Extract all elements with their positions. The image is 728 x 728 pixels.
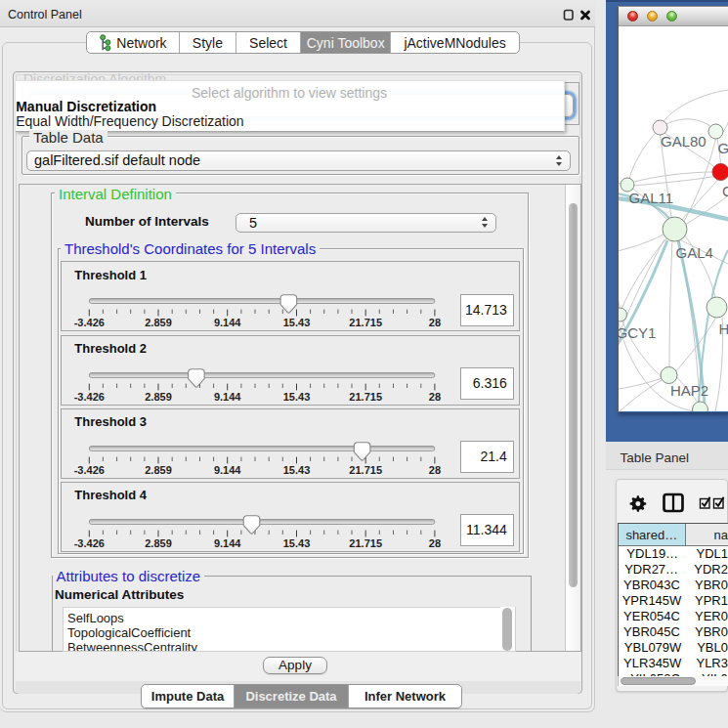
svg-text:15.43: 15.43 bbox=[283, 317, 311, 328]
svg-text:GA: GA bbox=[718, 140, 728, 156]
svg-text:CO: CO bbox=[722, 183, 728, 199]
svg-text:9.144: 9.144 bbox=[214, 536, 241, 548]
svg-text:28: 28 bbox=[429, 463, 441, 475]
svg-text:21.715: 21.715 bbox=[349, 317, 382, 328]
svg-text:15.43: 15.43 bbox=[283, 536, 311, 548]
svg-text:-3.426: -3.426 bbox=[73, 536, 104, 548]
svg-text:HI: HI bbox=[719, 321, 728, 337]
svg-text:21.715: 21.715 bbox=[349, 463, 382, 475]
svg-text:GAL80: GAL80 bbox=[661, 133, 707, 150]
svg-text:-3.426: -3.426 bbox=[73, 317, 104, 328]
svg-text:9.144: 9.144 bbox=[214, 390, 241, 402]
svg-text:2.859: 2.859 bbox=[145, 390, 172, 402]
svg-text:GAL11: GAL11 bbox=[629, 190, 674, 206]
svg-text:28: 28 bbox=[429, 536, 441, 548]
svg-text:21.715: 21.715 bbox=[349, 536, 382, 548]
svg-text:15.43: 15.43 bbox=[283, 390, 311, 402]
svg-text:GCY1: GCY1 bbox=[619, 324, 656, 341]
svg-text:HAP2: HAP2 bbox=[670, 382, 708, 399]
svg-text:28: 28 bbox=[429, 317, 441, 328]
svg-text:GAL4: GAL4 bbox=[676, 244, 713, 261]
svg-text:2.859: 2.859 bbox=[145, 536, 172, 548]
svg-text:28: 28 bbox=[429, 390, 441, 402]
svg-text:-3.426: -3.426 bbox=[73, 390, 104, 402]
svg-text:21.715: 21.715 bbox=[349, 390, 382, 402]
svg-text:9.144: 9.144 bbox=[214, 463, 241, 475]
svg-text:-3.426: -3.426 bbox=[73, 463, 104, 475]
svg-text:9.144: 9.144 bbox=[214, 317, 241, 328]
svg-text:15.43: 15.43 bbox=[283, 463, 311, 475]
svg-text:2.859: 2.859 bbox=[145, 317, 172, 328]
svg-text:2.859: 2.859 bbox=[145, 463, 172, 475]
